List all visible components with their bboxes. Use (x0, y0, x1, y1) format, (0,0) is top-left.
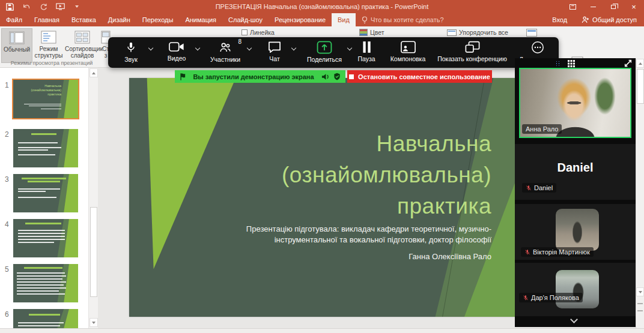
layout-button[interactable]: Компоновка (386, 41, 430, 62)
tab-transitions[interactable]: Переходы (136, 13, 180, 26)
minimize-button[interactable] (583, 0, 603, 13)
scroll-down-button[interactable] (636, 287, 644, 296)
color-label: Цвет (370, 29, 384, 36)
thumbnail-text-line (17, 284, 64, 286)
chat-icon (267, 41, 282, 53)
chat-label: Чат (261, 55, 288, 62)
thumbnail-accent-shape (13, 129, 78, 167)
ribbon-display-options-button[interactable] (562, 0, 583, 13)
expand-icon[interactable] (624, 59, 632, 67)
slide-thumbnail-3[interactable] (13, 174, 78, 212)
share-person-icon (582, 16, 589, 23)
scroll-down-button[interactable] (90, 318, 98, 327)
show-meeting-button[interactable]: Показать конференцию (434, 41, 511, 62)
slide-thumbnail-6[interactable] (13, 309, 78, 328)
pause-icon (362, 41, 371, 53)
meeting-toolbar: Звук Видео 8 Участники Чат Поделиться Па… (108, 37, 559, 68)
audio-button[interactable]: Звук (117, 41, 145, 63)
slide-thumbnail-4[interactable] (13, 219, 78, 257)
arrow-up-icon (639, 62, 642, 65)
tab-insert[interactable]: Вставка (65, 13, 102, 26)
scrollbar-thumb[interactable] (90, 207, 97, 297)
switch-windows-button[interactable] (526, 29, 537, 37)
previous-slide-button[interactable] (637, 303, 643, 304)
powerpoint-window: ПРЕЗЕНТАЦІЯ Навчальна (ознайомлювальна) … (0, 0, 644, 333)
layout-label: Компоновка (386, 55, 430, 62)
tab-design[interactable]: Дизайн (102, 13, 136, 26)
view-outline-button[interactable]: Режимструктуры (34, 28, 64, 63)
video-tile-daniel[interactable]: Daniel Daniel (515, 144, 636, 200)
window-title: ПРЕЗЕНТАЦІЯ Навчальна (ознайомлювальна) … (120, 0, 524, 13)
gallery-grid-icon[interactable] (568, 60, 575, 67)
document-scrollbar[interactable] (636, 58, 644, 328)
ribbon-group-label: Режимы просмотра презентаций (0, 60, 103, 66)
pause-share-button[interactable]: Пауза (353, 41, 380, 62)
start-slideshow-button[interactable] (52, 0, 68, 13)
stop-share-button[interactable]: Остановить совместное использование (347, 70, 492, 83)
tab-review[interactable]: Рецензирование (269, 13, 332, 26)
slide-thumbnail-2[interactable] (13, 129, 78, 167)
slide-sorter-icon (74, 31, 90, 44)
redo-button[interactable] (35, 0, 52, 13)
tell-me-box[interactable]: Что вы хотите сделать? (356, 13, 450, 26)
more-icon (531, 41, 544, 54)
close-button[interactable]: × (624, 0, 644, 13)
more-participants-chevron-icon[interactable] (570, 316, 578, 323)
slide-number: 5 (5, 265, 9, 274)
view-slide-sorter-button[interactable]: Сортировщикслайдов (65, 28, 100, 63)
participants-button[interactable]: 8 Участники (205, 41, 245, 63)
security-shield-icon[interactable] (333, 73, 341, 80)
slide-canvas[interactable]: Навчальна (ознайомлювальна) практика Пре… (129, 78, 517, 317)
color-swatch-icon (359, 29, 368, 36)
layout-icon (401, 41, 416, 53)
participants-icon (219, 41, 232, 54)
scroll-up-button[interactable] (90, 68, 98, 77)
tab-animations[interactable]: Анимация (179, 13, 222, 26)
view-normal-button[interactable]: Обычный (1, 28, 32, 63)
share-button[interactable]: Общий доступ (574, 13, 644, 26)
speaker-icon[interactable] (321, 73, 330, 80)
participant-name: Daniel (534, 184, 553, 191)
chat-button[interactable]: Чат (261, 41, 288, 62)
tab-file[interactable]: Файл (0, 13, 28, 26)
view-button-label: структуры (35, 52, 63, 59)
slide-thumbnail-5[interactable] (13, 264, 78, 302)
thumbnail-text-line (17, 272, 65, 274)
view-button-label: Обычный (4, 46, 30, 53)
video-tile-active-speaker[interactable]: Анна Рало (519, 68, 631, 138)
view-button-label: слайдов (71, 52, 94, 59)
audio-options-chevron-icon[interactable] (148, 46, 153, 50)
undo-button[interactable] (18, 0, 35, 13)
ruler-checkbox[interactable]: Линейка (242, 29, 275, 36)
video-button[interactable]: Видео (161, 41, 192, 62)
video-tile-viktoria[interactable]: Вікторія Мартинюк (515, 204, 636, 260)
slide-number: 4 (5, 220, 9, 229)
close-icon: × (631, 2, 636, 11)
participants-options-chevron-icon[interactable] (247, 46, 252, 50)
drag-handle-icon[interactable] (556, 61, 560, 67)
next-slide-button[interactable] (637, 310, 643, 311)
scroll-up-button[interactable] (636, 59, 644, 68)
color-button[interactable]: Цвет (359, 29, 384, 36)
customize-quick-access-button[interactable] (68, 0, 85, 13)
ribbon-display-options-icon (570, 4, 576, 10)
thumbnails-scrollbar[interactable] (88, 68, 98, 328)
tab-home[interactable]: Главная (28, 13, 65, 26)
video-tile-darya[interactable]: Дар'я Полякова (515, 263, 636, 316)
tab-view[interactable]: Вид (332, 13, 356, 26)
share-options-chevron-icon[interactable] (347, 46, 352, 50)
participant-name-chip: Daniel (522, 183, 556, 193)
share-screen-button[interactable]: Поделиться (303, 41, 346, 63)
restore-button[interactable] (603, 0, 624, 13)
save-button[interactable] (1, 0, 18, 13)
scrollbar-thumb[interactable] (637, 69, 644, 104)
arrange-all-button[interactable]: Упорядочить все (447, 29, 508, 36)
mic-icon (125, 41, 137, 54)
restore-icon (611, 5, 616, 9)
chat-options-chevron-icon[interactable] (291, 46, 296, 50)
sign-in-button[interactable]: Вход (545, 13, 574, 26)
video-options-chevron-icon[interactable] (195, 46, 200, 50)
slide-thumbnail-1[interactable]: Навчальна (ознайомлювальна) практика (13, 80, 78, 118)
participant-avatar (556, 209, 599, 251)
tab-slideshow[interactable]: Слайд-шоу (222, 13, 269, 26)
